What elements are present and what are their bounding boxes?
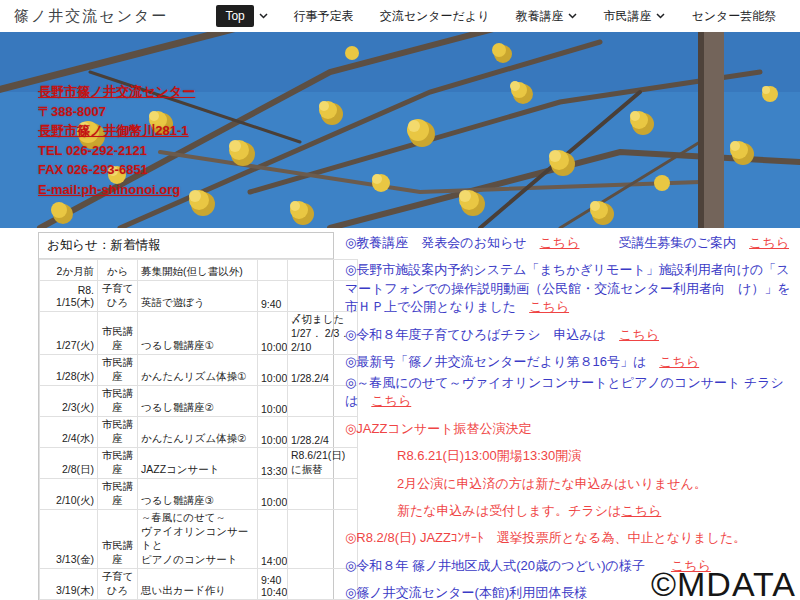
chevron-down-icon bbox=[656, 13, 665, 19]
contact-email: E-mail:ph-shinonoi.org bbox=[38, 180, 195, 200]
nav-item-その他[interactable]: その他 bbox=[794, 4, 800, 29]
kochira-link[interactable]: こちら bbox=[371, 393, 411, 408]
table-row: 2/10(火)市民講座つるし雛講座③10:00 bbox=[40, 479, 358, 510]
news-table-title: お知らせ：新着情報 bbox=[39, 233, 333, 259]
table-row: 2か月前から募集開始(但し書以外) bbox=[40, 260, 358, 281]
table-row: 2/4(水)市民講座かんたんリズム体操②10:001/28.2/4 bbox=[40, 417, 358, 448]
announcement-item: 新たな申込みは受付します。チラシはこちら bbox=[345, 502, 797, 520]
nav-item-label: 市民講座 bbox=[603, 8, 651, 25]
table-row: 1/27(火)市民講座つるし雛講座①10:00〆切ました 1/27． 2/3． … bbox=[40, 312, 358, 355]
watermark: ©MDATA bbox=[651, 565, 796, 600]
announcement-item: ◎R8.2/8(日) JAZZｺﾝｻｰﾄ 選挙投票所となる為、中止となりました。 bbox=[345, 529, 797, 547]
table-row: 3/19(木)子育てひろ思い出カード作り9:40 10:40 bbox=[40, 569, 358, 600]
nav-item-市民講座[interactable]: 市民講座 bbox=[595, 4, 673, 29]
kochira-link[interactable]: こちら bbox=[619, 327, 659, 342]
nav-item-行事予定表[interactable]: 行事予定表 bbox=[286, 4, 362, 29]
kochira-link[interactable]: こちら bbox=[621, 503, 661, 518]
contact-address: 長野市篠ノ井御幣川281-1 bbox=[38, 121, 195, 141]
nav-item-センター芸能祭[interactable]: センター芸能祭 bbox=[683, 4, 784, 29]
main-content: お知らせ：新着情報 2か月前から募集開始(但し書以外)R8. 1/15(木)子育… bbox=[0, 228, 800, 600]
hero-section: 長野市篠ノ井交流センター 〒388-8007 長野市篠ノ井御幣川281-1 TE… bbox=[0, 32, 800, 228]
table-row: 2/3(火)市民講座つるし雛講座②10:00 bbox=[40, 386, 358, 417]
nav: Top 行事予定表 交流センターだより 教養講座 市民講座 センター芸能祭 その… bbox=[208, 1, 800, 31]
announcement-item: ◎教養講座 発表会のお知らせ こちら 受講生募集のご案内 こちら bbox=[345, 234, 797, 252]
contact-tel: TEL 026-292-2121 bbox=[38, 141, 195, 161]
kochira-link[interactable]: こちら bbox=[529, 299, 569, 314]
nav-item-交流センターだより[interactable]: 交流センターだより bbox=[372, 4, 498, 29]
nav-item-label: 教養講座 bbox=[515, 8, 563, 25]
nav-item-label: センター芸能祭 bbox=[691, 8, 776, 25]
top-navigation-bar: 篠ノ井交流センター Top 行事予定表 交流センターだより 教養講座 市民講座 … bbox=[0, 0, 800, 32]
news-table-widget: お知らせ：新着情報 2か月前から募集開始(但し書以外)R8. 1/15(木)子育… bbox=[38, 232, 334, 600]
contact-fax: FAX 026-293-6851 bbox=[38, 160, 195, 180]
nav-item-label: Top bbox=[216, 5, 253, 27]
table-row: 1/28(水)市民講座かんたんリズム体操①10:001/28.2/4 bbox=[40, 355, 358, 386]
kochira-link[interactable]: こちら bbox=[540, 235, 580, 250]
kochira-link[interactable]: こちら bbox=[659, 354, 699, 369]
nav-item-Top[interactable]: Top bbox=[208, 1, 275, 31]
announcement-item: ◎JAZZコンサート振替公演決定 bbox=[345, 420, 797, 438]
announcement-item: R8.6.21(日)13:00開場13:30開演 bbox=[345, 447, 797, 465]
nav-item-label: 行事予定表 bbox=[294, 8, 354, 25]
table-row: 3/13(金)市民講座～春風にのせて～ ヴァイオリンコンサートと ピアノのコンサ… bbox=[40, 510, 358, 569]
chevron-down-icon bbox=[568, 13, 577, 19]
news-table: 2か月前から募集開始(但し書以外)R8. 1/15(木)子育てひろ英語で遊ぼう9… bbox=[39, 259, 358, 600]
announcement-item: ◎～春風にのせて～ヴァイオリンコンサートとピアノのコンサート チラシは こちら bbox=[345, 374, 797, 411]
contact-info-overlay: 長野市篠ノ井交流センター 〒388-8007 長野市篠ノ井御幣川281-1 TE… bbox=[38, 82, 195, 199]
news-table-body: 2か月前から募集開始(但し書以外)R8. 1/15(木)子育てひろ英語で遊ぼう9… bbox=[40, 260, 358, 600]
announcement-item: 2月公演に申込済の方は新たな申込みはいりません。 bbox=[345, 475, 797, 493]
announcement-item: ◎長野市施設案内予約システム「まちかぎリモート」施設利用者向けの「スマートフォン… bbox=[345, 261, 797, 316]
announcements-column: ◎教養講座 発表会のお知らせ こちら 受講生募集のご案内 こちら◎長野市施設案内… bbox=[345, 234, 797, 600]
announcement-item: ◎最新号「篠ノ井交流センターだより第８16号」は こちら bbox=[345, 353, 797, 371]
announcement-item: ◎令和８年度子育てひろばチラシ 申込みは こちら bbox=[345, 326, 797, 344]
contact-name: 長野市篠ノ井交流センター bbox=[38, 82, 195, 102]
nav-item-label: 交流センターだより bbox=[380, 8, 490, 25]
contact-postal: 〒388-8007 bbox=[38, 102, 195, 122]
table-row: R8. 1/15(木)子育てひろ英語で遊ぼう9:40 bbox=[40, 281, 358, 312]
nav-item-教養講座[interactable]: 教養講座 bbox=[507, 4, 585, 29]
kochira-link[interactable]: こちら bbox=[749, 235, 789, 250]
table-row: 2/8(日)市民講座JAZZコンサート13:30R8.6/21(日)に振替 bbox=[40, 448, 358, 479]
site-title[interactable]: 篠ノ井交流センター bbox=[14, 7, 168, 26]
chevron-down-icon bbox=[259, 13, 268, 19]
